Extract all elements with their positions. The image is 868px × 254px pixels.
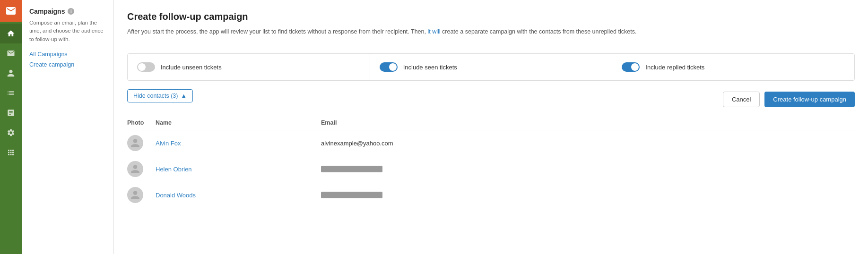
create-campaign-link[interactable]: Create campaign	[29, 61, 106, 68]
create-followup-button[interactable]: Create follow-up campaign	[764, 92, 855, 107]
hide-contacts-button[interactable]: Hide contacts (3) ▲	[127, 89, 193, 102]
info-icon[interactable]: i	[68, 8, 74, 15]
action-buttons: Cancel Create follow-up campaign	[723, 92, 855, 107]
avatar	[127, 187, 143, 203]
seen-tickets-label: Include seen tickets	[403, 64, 457, 71]
replied-tickets-toggle[interactable]	[622, 62, 640, 72]
unseen-tickets-label: Include unseen tickets	[161, 64, 222, 71]
main-content: Create follow-up campaign After you star…	[114, 0, 868, 254]
name-header: Name	[156, 116, 321, 130]
sidebar-icon-bar	[0, 0, 22, 254]
analytics-nav-icon[interactable]	[0, 103, 22, 123]
contacts-nav-icon[interactable]	[0, 63, 22, 83]
lists-nav-icon[interactable]	[0, 83, 22, 103]
hide-contacts-label: Hide contacts (3)	[133, 93, 178, 99]
redacted-bar	[321, 192, 382, 198]
highlight-text: it will	[427, 28, 440, 35]
arrow-seen	[375, 53, 388, 55]
unseen-tickets-card: Include unseen tickets	[128, 54, 370, 80]
unseen-tickets-toggle[interactable]	[137, 62, 155, 72]
table-row: Helen Obrien	[127, 156, 855, 182]
seen-tickets-card: Include seen tickets	[370, 54, 613, 80]
contact-name-3: Donald Woods	[156, 182, 321, 208]
avatar-cell	[127, 182, 156, 208]
arrow-unseen	[132, 53, 146, 55]
avatar-cell	[127, 156, 156, 182]
avatar-cell	[127, 130, 156, 156]
contacts-table: Photo Name Email Alvin Fox a	[127, 116, 855, 208]
app-logo[interactable]	[0, 0, 22, 22]
toggle-cards-container: Include unseen tickets Include seen tick…	[127, 53, 855, 81]
email-header: Email	[321, 116, 855, 130]
chevron-up-icon: ▲	[181, 93, 186, 99]
arrow-replied	[617, 53, 630, 55]
contact-name-2: Helen Obrien	[156, 156, 321, 182]
table-row: Alvin Fox alvinexample@yahoo.com	[127, 130, 855, 156]
home-nav-icon[interactable]	[0, 24, 22, 43]
page-title: Create follow-up campaign	[127, 11, 855, 22]
main-wrapper: Campaigns i Compose an email, plan the t…	[22, 0, 868, 254]
grid-nav-icon[interactable]	[0, 143, 22, 162]
replied-tickets-label: Include replied tickets	[645, 64, 704, 71]
replied-tickets-card: Include replied tickets	[612, 54, 854, 80]
settings-nav-icon[interactable]	[0, 123, 22, 143]
photo-header: Photo	[127, 116, 156, 130]
cancel-button[interactable]: Cancel	[723, 92, 760, 107]
contact-name-1: Alvin Fox	[156, 130, 321, 156]
content-row: Campaigns i Compose an email, plan the t…	[22, 0, 868, 254]
seen-tickets-toggle[interactable]	[380, 62, 398, 72]
contact-email-1: alvinexample@yahoo.com	[321, 130, 855, 156]
redacted-bar	[321, 166, 382, 172]
sidebar-nav: Campaigns i Compose an email, plan the t…	[22, 0, 114, 254]
table-row: Donald Woods	[127, 182, 855, 208]
sidebar-nav-title: Campaigns i	[29, 8, 106, 15]
sidebar-nav-desc: Compose an email, plan the time, and cho…	[29, 19, 106, 43]
avatar	[127, 135, 143, 151]
page-description: After you start the process, the app wil…	[127, 27, 855, 36]
campaigns-title: Campaigns	[29, 8, 65, 15]
all-campaigns-link[interactable]: All Campaigns	[29, 51, 106, 58]
contact-email-2-redacted	[321, 156, 855, 182]
contact-email-3-redacted	[321, 182, 855, 208]
avatar	[127, 161, 143, 177]
controls-row: Hide contacts (3) ▲ Cancel Create follow…	[127, 89, 855, 109]
email-nav-icon[interactable]	[0, 43, 22, 63]
